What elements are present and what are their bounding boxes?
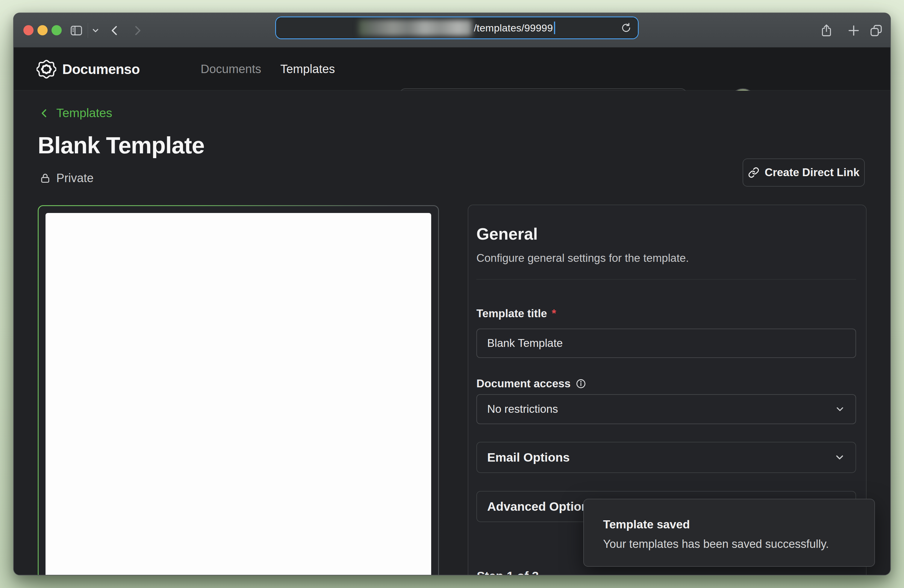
page-title: Blank Template: [38, 132, 204, 159]
nav-documents[interactable]: Documents: [201, 62, 261, 76]
blurred-domain: [359, 20, 472, 36]
step-indicator: Step 1 of 3: [477, 569, 539, 575]
breadcrumb[interactable]: Templates: [39, 106, 112, 120]
forward-icon[interactable]: [131, 13, 144, 47]
visibility-status: Private: [40, 171, 94, 185]
share-icon[interactable]: [820, 13, 833, 47]
create-direct-link-button[interactable]: Create Direct Link: [743, 158, 865, 187]
text-cursor: [554, 22, 555, 34]
toast-title: Template saved: [603, 518, 874, 531]
tab-overview-icon[interactable]: [869, 13, 883, 47]
chevron-down-icon[interactable]: [91, 13, 100, 47]
panel-heading: General: [476, 224, 856, 243]
panel-description: Configure general settings for the templ…: [476, 252, 856, 264]
divider: [476, 279, 856, 280]
browser-toolbar: /templates/99999: [14, 13, 890, 47]
info-icon[interactable]: [575, 378, 586, 389]
documenso-logo-icon: [36, 59, 56, 79]
toast-notification[interactable]: Template saved Your templates has been s…: [583, 499, 875, 567]
document-access-value: No restrictions: [487, 403, 558, 416]
email-options-toggle[interactable]: Email Options: [476, 442, 856, 473]
advanced-options-label: Advanced Options: [487, 499, 596, 514]
document-page[interactable]: [46, 213, 431, 575]
sidebar-toggle-icon[interactable]: [70, 13, 83, 47]
back-icon[interactable]: [108, 13, 121, 47]
create-direct-link-label: Create Direct Link: [765, 166, 860, 179]
toolbar-divider: [88, 23, 88, 38]
email-options-label: Email Options: [487, 450, 570, 465]
template-title-input[interactable]: [476, 329, 856, 358]
chevron-down-icon: [834, 452, 845, 463]
template-title-label: Template title *: [476, 307, 856, 320]
brand-name: Documenso: [62, 61, 140, 77]
window-zoom-button[interactable]: [52, 25, 62, 35]
reload-icon[interactable]: [620, 17, 632, 38]
document-access-label: Document access: [476, 378, 856, 390]
required-marker: *: [552, 307, 556, 320]
new-tab-icon[interactable]: [847, 13, 861, 47]
lock-icon: [40, 172, 51, 184]
url-path: /templates/99999: [474, 22, 553, 34]
chevron-left-icon: [39, 108, 50, 119]
window-close-button[interactable]: [23, 25, 33, 35]
chevron-down-icon: [834, 404, 845, 414]
browser-window: /templates/99999: [13, 13, 891, 575]
document-preview-card: [38, 205, 439, 575]
address-bar[interactable]: /templates/99999: [276, 17, 638, 38]
nav-templates[interactable]: Templates: [280, 62, 335, 76]
link-icon: [748, 167, 759, 178]
visibility-label: Private: [56, 171, 94, 185]
document-preview-frame: [39, 206, 438, 575]
brand[interactable]: Documenso: [36, 47, 140, 90]
primary-nav: Documents Templates: [201, 47, 335, 90]
document-access-select[interactable]: No restrictions: [476, 394, 856, 424]
app-header: Documenso Documents Templates ⌘+K: [14, 47, 890, 90]
breadcrumb-label: Templates: [56, 106, 112, 120]
window-minimize-button[interactable]: [38, 25, 47, 35]
toast-message: Your templates has been saved successful…: [603, 538, 874, 550]
